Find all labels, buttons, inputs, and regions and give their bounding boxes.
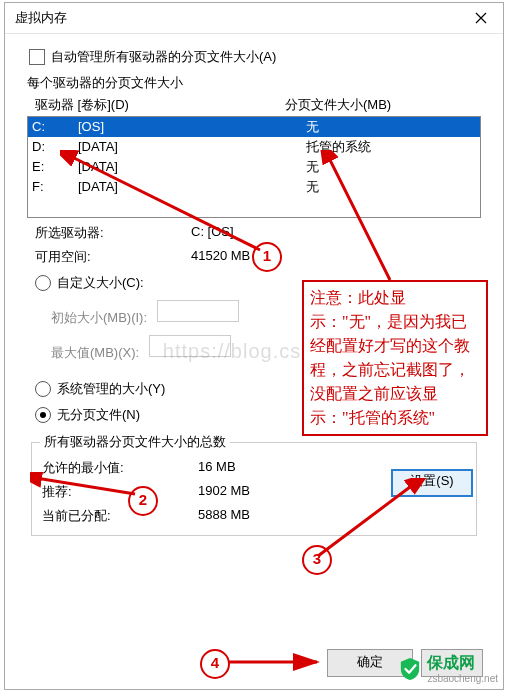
totals-title: 所有驱动器分页文件大小的总数 <box>40 433 230 451</box>
list-item[interactable]: E: [DATA] 无 <box>28 157 480 177</box>
shield-icon <box>399 657 421 681</box>
set-button[interactable]: 设置(S) <box>391 469 473 497</box>
list-item[interactable]: D: [DATA] 托管的系统 <box>28 137 480 157</box>
brand-badge: 保成网 zsbaocheng.net <box>399 653 498 684</box>
annotation-number-1: 1 <box>252 242 282 272</box>
annotation-number-3: 3 <box>302 545 332 575</box>
annotation-note: 注意：此处显示："无"，是因为我已经配置好才写的这个教程，之前忘记截图了，没配置… <box>302 280 488 436</box>
selected-drive-row: 所选驱动器: C: [OS] <box>35 224 485 242</box>
titlebar: 虚拟内存 <box>5 3 503 34</box>
close-icon <box>475 12 487 24</box>
per-drive-title: 每个驱动器的分页文件大小 <box>27 74 485 92</box>
radio-icon[interactable] <box>35 275 51 291</box>
annotation-number-4: 4 <box>200 649 230 679</box>
list-item[interactable]: F: [DATA] 无 <box>28 177 480 197</box>
auto-manage-row[interactable]: 自动管理所有驱动器的分页文件大小(A) <box>29 48 485 66</box>
annotation-number-2: 2 <box>128 486 158 516</box>
auto-manage-checkbox[interactable] <box>29 49 45 65</box>
column-headers: 驱动器 [卷标](D) 分页文件大小(MB) <box>23 96 485 116</box>
close-button[interactable] <box>459 3 503 33</box>
initial-size-input <box>157 300 239 322</box>
radio-icon[interactable] <box>35 407 51 423</box>
max-size-input <box>149 335 231 357</box>
auto-manage-label: 自动管理所有驱动器的分页文件大小(A) <box>51 48 276 66</box>
window-title: 虚拟内存 <box>5 9 67 27</box>
radio-icon[interactable] <box>35 381 51 397</box>
col-page: 分页文件大小(MB) <box>285 96 391 114</box>
col-drive: 驱动器 [卷标](D) <box>35 96 285 114</box>
drive-list[interactable]: C: [OS] 无 D: [DATA] 托管的系统 E: [DATA] 无 F:… <box>27 116 481 218</box>
list-item[interactable]: C: [OS] 无 <box>28 117 480 137</box>
